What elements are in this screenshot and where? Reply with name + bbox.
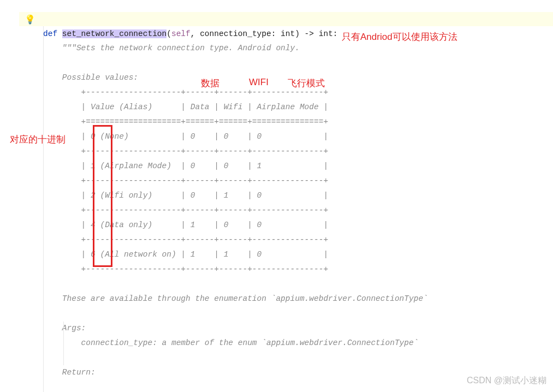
annotation-airplane-column: 飞行模式 bbox=[288, 77, 325, 90]
watermark: CSDN @测试小迷糊 bbox=[467, 375, 546, 387]
self-param: self bbox=[171, 29, 191, 38]
code-editor: def set_network_connection(self, connect… bbox=[0, 0, 553, 392]
param-connection-type: connection_type bbox=[200, 29, 271, 38]
keyword-def: def bbox=[43, 29, 57, 38]
editor-gutter bbox=[0, 0, 19, 392]
lightbulb-icon[interactable]: 💡 bbox=[25, 14, 35, 25]
annotation-decimal-label: 对应的十进制 bbox=[10, 133, 66, 146]
annotation-wifi-column: WIFI bbox=[249, 77, 269, 88]
annotation-android-only: 只有Andriod可以使用该方法 bbox=[342, 31, 457, 43]
red-highlight-box bbox=[93, 125, 112, 267]
annotation-data-column: 数据 bbox=[201, 77, 219, 90]
function-name: set_network_connection bbox=[62, 29, 167, 38]
